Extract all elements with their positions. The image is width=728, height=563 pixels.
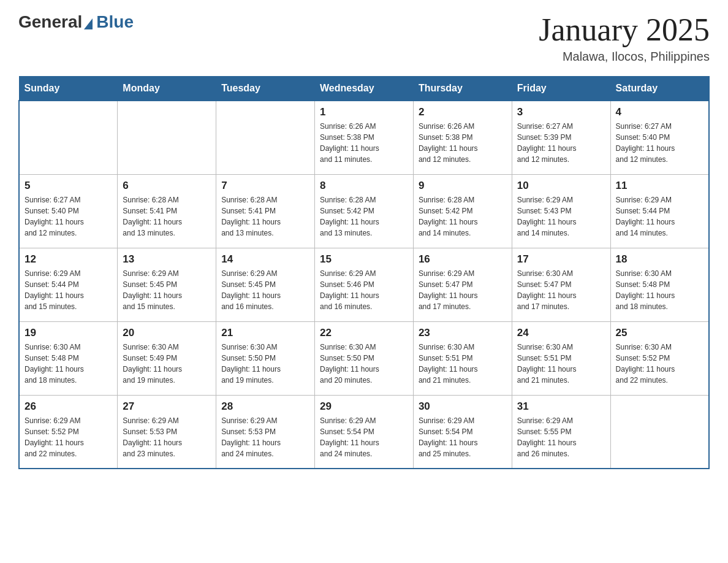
page-header: General Blue January 2025 Malawa, Ilocos… bbox=[18, 12, 710, 64]
weekday-header-tuesday: Tuesday bbox=[216, 77, 315, 101]
day-info: Sunrise: 6:29 AM Sunset: 5:53 PM Dayligh… bbox=[123, 415, 211, 459]
day-number: 23 bbox=[419, 327, 507, 339]
calendar-cell: 19Sunrise: 6:30 AM Sunset: 5:48 PM Dayli… bbox=[19, 321, 118, 395]
day-number: 21 bbox=[221, 327, 309, 339]
calendar-cell: 12Sunrise: 6:29 AM Sunset: 5:44 PM Dayli… bbox=[19, 248, 118, 321]
calendar-table: SundayMondayTuesdayWednesdayThursdayFrid… bbox=[18, 76, 710, 469]
day-info: Sunrise: 6:29 AM Sunset: 5:55 PM Dayligh… bbox=[517, 415, 605, 459]
day-info: Sunrise: 6:30 AM Sunset: 5:51 PM Dayligh… bbox=[419, 342, 507, 386]
day-number: 27 bbox=[123, 400, 211, 413]
calendar-cell: 14Sunrise: 6:29 AM Sunset: 5:45 PM Dayli… bbox=[216, 248, 315, 321]
calendar-cell: 15Sunrise: 6:29 AM Sunset: 5:46 PM Dayli… bbox=[315, 248, 414, 321]
day-number: 9 bbox=[419, 180, 507, 192]
day-info: Sunrise: 6:30 AM Sunset: 5:48 PM Dayligh… bbox=[25, 342, 112, 386]
calendar-cell: 28Sunrise: 6:29 AM Sunset: 5:53 PM Dayli… bbox=[216, 395, 315, 469]
day-info: Sunrise: 6:30 AM Sunset: 5:51 PM Dayligh… bbox=[517, 342, 605, 386]
weekday-header-wednesday: Wednesday bbox=[315, 77, 414, 101]
day-number: 4 bbox=[616, 106, 703, 118]
day-info: Sunrise: 6:29 AM Sunset: 5:44 PM Dayligh… bbox=[616, 194, 703, 239]
day-number: 25 bbox=[616, 327, 703, 339]
calendar-cell: 4Sunrise: 6:27 AM Sunset: 5:40 PM Daylig… bbox=[610, 101, 709, 174]
logo-triangle-icon bbox=[84, 18, 93, 29]
day-info: Sunrise: 6:30 AM Sunset: 5:49 PM Dayligh… bbox=[123, 342, 211, 386]
day-info: Sunrise: 6:30 AM Sunset: 5:48 PM Dayligh… bbox=[616, 268, 703, 312]
calendar-cell bbox=[610, 395, 709, 469]
calendar-cell: 25Sunrise: 6:30 AM Sunset: 5:52 PM Dayli… bbox=[610, 321, 709, 395]
day-info: Sunrise: 6:26 AM Sunset: 5:38 PM Dayligh… bbox=[419, 121, 507, 165]
weekday-header-sunday: Sunday bbox=[19, 77, 118, 101]
weekday-header-saturday: Saturday bbox=[610, 77, 709, 101]
day-number: 16 bbox=[419, 253, 507, 266]
day-number: 3 bbox=[517, 106, 605, 118]
calendar-body: 1Sunrise: 6:26 AM Sunset: 5:38 PM Daylig… bbox=[19, 101, 709, 469]
month-title: January 2025 bbox=[539, 12, 710, 47]
weekday-header-row: SundayMondayTuesdayWednesdayThursdayFrid… bbox=[19, 77, 709, 101]
day-number: 8 bbox=[320, 180, 408, 192]
title-block: January 2025 Malawa, Ilocos, Philippines bbox=[539, 12, 710, 64]
calendar-cell: 2Sunrise: 6:26 AM Sunset: 5:38 PM Daylig… bbox=[413, 101, 512, 174]
day-number: 30 bbox=[419, 400, 507, 413]
calendar-header: SundayMondayTuesdayWednesdayThursdayFrid… bbox=[19, 77, 709, 101]
calendar-cell: 3Sunrise: 6:27 AM Sunset: 5:39 PM Daylig… bbox=[512, 101, 610, 174]
calendar-week-row: 26Sunrise: 6:29 AM Sunset: 5:52 PM Dayli… bbox=[19, 395, 709, 469]
calendar-cell: 20Sunrise: 6:30 AM Sunset: 5:49 PM Dayli… bbox=[118, 321, 216, 395]
calendar-cell: 6Sunrise: 6:28 AM Sunset: 5:41 PM Daylig… bbox=[118, 174, 216, 248]
day-number: 11 bbox=[616, 180, 703, 192]
day-number: 1 bbox=[320, 106, 408, 118]
calendar-week-row: 12Sunrise: 6:29 AM Sunset: 5:44 PM Dayli… bbox=[19, 248, 709, 321]
day-info: Sunrise: 6:29 AM Sunset: 5:54 PM Dayligh… bbox=[320, 415, 408, 459]
calendar-cell: 8Sunrise: 6:28 AM Sunset: 5:42 PM Daylig… bbox=[315, 174, 414, 248]
day-info: Sunrise: 6:30 AM Sunset: 5:50 PM Dayligh… bbox=[320, 342, 408, 386]
calendar-cell: 23Sunrise: 6:30 AM Sunset: 5:51 PM Dayli… bbox=[413, 321, 512, 395]
day-info: Sunrise: 6:30 AM Sunset: 5:50 PM Dayligh… bbox=[221, 342, 309, 386]
calendar-cell: 27Sunrise: 6:29 AM Sunset: 5:53 PM Dayli… bbox=[118, 395, 216, 469]
calendar-cell: 24Sunrise: 6:30 AM Sunset: 5:51 PM Dayli… bbox=[512, 321, 610, 395]
calendar-cell: 18Sunrise: 6:30 AM Sunset: 5:48 PM Dayli… bbox=[610, 248, 709, 321]
day-info: Sunrise: 6:28 AM Sunset: 5:42 PM Dayligh… bbox=[320, 194, 408, 239]
day-number: 20 bbox=[123, 327, 211, 339]
calendar-cell: 21Sunrise: 6:30 AM Sunset: 5:50 PM Dayli… bbox=[216, 321, 315, 395]
calendar-week-row: 1Sunrise: 6:26 AM Sunset: 5:38 PM Daylig… bbox=[19, 101, 709, 174]
calendar-cell: 22Sunrise: 6:30 AM Sunset: 5:50 PM Dayli… bbox=[315, 321, 414, 395]
day-number: 14 bbox=[221, 253, 309, 266]
day-info: Sunrise: 6:27 AM Sunset: 5:39 PM Dayligh… bbox=[517, 121, 605, 165]
logo: General Blue bbox=[18, 12, 134, 32]
day-info: Sunrise: 6:29 AM Sunset: 5:47 PM Dayligh… bbox=[419, 268, 507, 312]
day-number: 12 bbox=[25, 253, 112, 266]
calendar-cell: 17Sunrise: 6:30 AM Sunset: 5:47 PM Dayli… bbox=[512, 248, 610, 321]
day-info: Sunrise: 6:30 AM Sunset: 5:52 PM Dayligh… bbox=[616, 342, 703, 386]
day-number: 24 bbox=[517, 327, 605, 339]
day-number: 10 bbox=[517, 180, 605, 192]
calendar-cell: 29Sunrise: 6:29 AM Sunset: 5:54 PM Dayli… bbox=[315, 395, 414, 469]
day-info: Sunrise: 6:30 AM Sunset: 5:47 PM Dayligh… bbox=[517, 268, 605, 312]
calendar-cell: 1Sunrise: 6:26 AM Sunset: 5:38 PM Daylig… bbox=[315, 101, 414, 174]
day-number: 17 bbox=[517, 253, 605, 266]
day-info: Sunrise: 6:28 AM Sunset: 5:41 PM Dayligh… bbox=[123, 194, 211, 239]
calendar-week-row: 19Sunrise: 6:30 AM Sunset: 5:48 PM Dayli… bbox=[19, 321, 709, 395]
day-number: 19 bbox=[25, 327, 112, 339]
day-info: Sunrise: 6:29 AM Sunset: 5:46 PM Dayligh… bbox=[320, 268, 408, 312]
day-number: 26 bbox=[25, 400, 112, 413]
day-info: Sunrise: 6:29 AM Sunset: 5:54 PM Dayligh… bbox=[419, 415, 507, 459]
calendar-cell: 5Sunrise: 6:27 AM Sunset: 5:40 PM Daylig… bbox=[19, 174, 118, 248]
day-number: 29 bbox=[320, 400, 408, 413]
day-info: Sunrise: 6:28 AM Sunset: 5:42 PM Dayligh… bbox=[419, 194, 507, 239]
calendar-cell: 10Sunrise: 6:29 AM Sunset: 5:43 PM Dayli… bbox=[512, 174, 610, 248]
day-info: Sunrise: 6:29 AM Sunset: 5:53 PM Dayligh… bbox=[221, 415, 309, 459]
day-number: 28 bbox=[221, 400, 309, 413]
day-number: 7 bbox=[221, 180, 309, 192]
calendar-cell: 30Sunrise: 6:29 AM Sunset: 5:54 PM Dayli… bbox=[413, 395, 512, 469]
day-info: Sunrise: 6:29 AM Sunset: 5:45 PM Dayligh… bbox=[221, 268, 309, 312]
day-info: Sunrise: 6:27 AM Sunset: 5:40 PM Dayligh… bbox=[25, 194, 112, 239]
calendar-cell: 31Sunrise: 6:29 AM Sunset: 5:55 PM Dayli… bbox=[512, 395, 610, 469]
day-number: 18 bbox=[616, 253, 703, 266]
calendar-cell: 13Sunrise: 6:29 AM Sunset: 5:45 PM Dayli… bbox=[118, 248, 216, 321]
calendar-cell: 7Sunrise: 6:28 AM Sunset: 5:41 PM Daylig… bbox=[216, 174, 315, 248]
calendar-cell: 11Sunrise: 6:29 AM Sunset: 5:44 PM Dayli… bbox=[610, 174, 709, 248]
logo-general-text: General bbox=[18, 12, 82, 32]
logo-blue-text: Blue bbox=[96, 12, 134, 32]
day-number: 5 bbox=[25, 180, 112, 192]
calendar-week-row: 5Sunrise: 6:27 AM Sunset: 5:40 PM Daylig… bbox=[19, 174, 709, 248]
day-info: Sunrise: 6:29 AM Sunset: 5:43 PM Dayligh… bbox=[517, 194, 605, 239]
calendar-cell: 26Sunrise: 6:29 AM Sunset: 5:52 PM Dayli… bbox=[19, 395, 118, 469]
